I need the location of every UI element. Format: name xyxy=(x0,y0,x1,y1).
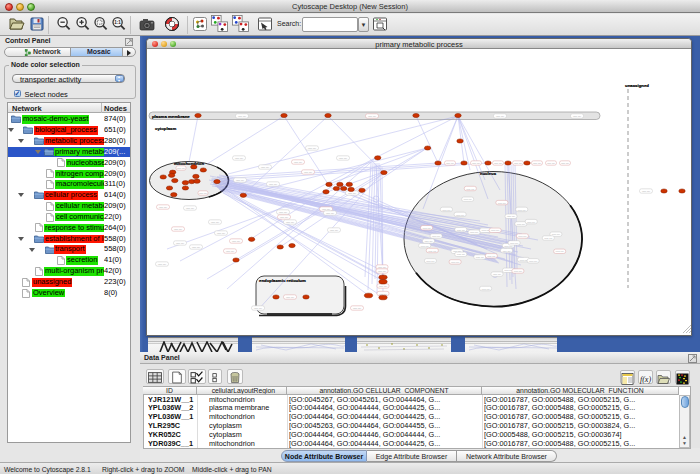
svg-text:(xxx xx): (xxx xx) xyxy=(186,207,194,210)
svg-text:(xxx xx): (xxx xx) xyxy=(518,209,526,212)
svg-text:(xxx xx): (xxx xx) xyxy=(286,296,294,299)
svg-text:(xxx xx): (xxx xx) xyxy=(529,260,537,263)
svg-text:(xxx xx): (xxx xx) xyxy=(304,171,312,174)
svg-text:(xxx xx): (xxx xx) xyxy=(561,162,569,165)
svg-text:(xxx xx): (xxx xx) xyxy=(421,245,429,248)
svg-text:(xxx xx): (xxx xx) xyxy=(308,147,316,150)
svg-text:(xxx xx): (xxx xx) xyxy=(217,232,225,235)
svg-text:(xxx xx): (xxx xx) xyxy=(199,192,207,195)
svg-text:(xxx xx): (xxx xx) xyxy=(457,253,465,256)
svg-text:(xxx xx): (xxx xx) xyxy=(527,221,535,224)
svg-text:(xxx xx): (xxx xx) xyxy=(279,211,287,214)
svg-text:(xxx xx): (xxx xx) xyxy=(192,246,200,249)
svg-text:(xxx xx): (xxx xx) xyxy=(498,202,506,205)
svg-text:(xxx xx): (xxx xx) xyxy=(481,229,489,232)
svg-text:(xxx xx): (xxx xx) xyxy=(470,231,478,234)
svg-text:(xxx xx): (xxx xx) xyxy=(517,223,525,226)
svg-text:(xxx xx): (xxx xx) xyxy=(422,227,430,230)
svg-text:(xxx xx): (xxx xx) xyxy=(504,269,512,272)
svg-text:endoplasmic reticulum: endoplasmic reticulum xyxy=(259,278,306,283)
svg-text:(xxx xx): (xxx xx) xyxy=(519,259,527,262)
svg-text:cytoplasm: cytoplasm xyxy=(155,126,176,131)
svg-text:(xxx xx): (xxx xx) xyxy=(326,212,334,215)
svg-text:(xxx xx): (xxx xx) xyxy=(544,237,552,240)
svg-text:(xxx xx): (xxx xx) xyxy=(176,242,184,245)
svg-text:f(x): f(x) xyxy=(640,374,651,383)
svg-text:(xxx xx): (xxx xx) xyxy=(457,229,465,232)
svg-text:(xxx xx): (xxx xx) xyxy=(424,240,432,243)
svg-text:(xxx xx): (xxx xx) xyxy=(211,221,219,224)
svg-text:(xxx xx): (xxx xx) xyxy=(442,209,450,212)
svg-text:(xxx xx): (xxx xx) xyxy=(261,166,269,169)
svg-text:(xxx xx): (xxx xx) xyxy=(502,250,510,253)
svg-text:(xxx xx): (xxx xx) xyxy=(573,115,581,118)
svg-text:(xxx xx): (xxx xx) xyxy=(432,235,440,238)
svg-text:(xxx xx): (xxx xx) xyxy=(472,162,480,165)
svg-text:(xxx xx): (xxx xx) xyxy=(547,162,555,165)
svg-text:(xxx xx): (xxx xx) xyxy=(507,215,515,218)
svg-text:(xxx xx): (xxx xx) xyxy=(226,250,234,253)
svg-text:(xxx xx): (xxx xx) xyxy=(481,288,489,291)
svg-text:(xxx xx): (xxx xx) xyxy=(378,270,386,273)
svg-text:(xxx xx): (xxx xx) xyxy=(446,162,454,165)
svg-text:(xxx xx): (xxx xx) xyxy=(238,115,246,118)
svg-text:(xxx xx): (xxx xx) xyxy=(269,183,277,186)
svg-text:(xxx xx): (xxx xx) xyxy=(379,285,387,288)
svg-text:(xxx xx): (xxx xx) xyxy=(487,255,495,258)
svg-text:(xxx xx): (xxx xx) xyxy=(339,157,347,160)
svg-text:(xxx xx): (xxx xx) xyxy=(514,162,522,165)
svg-text:(xxx xx): (xxx xx) xyxy=(254,307,262,310)
svg-text:(xxx xx): (xxx xx) xyxy=(236,179,244,182)
svg-text:(xxx xx): (xxx xx) xyxy=(451,261,459,264)
svg-text:(xxx xx): (xxx xx) xyxy=(159,206,167,209)
svg-text:(xxx xx): (xxx xx) xyxy=(514,270,522,273)
svg-text:(xxx xx): (xxx xx) xyxy=(493,273,501,276)
svg-text:(xxx xx): (xxx xx) xyxy=(428,250,436,253)
svg-text:(xxx xx): (xxx xx) xyxy=(518,235,526,238)
svg-text:1:1: 1:1 xyxy=(114,20,121,25)
svg-text:(xxx xx): (xxx xx) xyxy=(353,307,361,310)
svg-text:(xxx xx): (xxx xx) xyxy=(348,192,356,195)
svg-text:(xxx xx): (xxx xx) xyxy=(496,115,504,118)
svg-text:(xxx xx): (xxx xx) xyxy=(533,162,541,165)
svg-text:(xxx xx): (xxx xx) xyxy=(235,157,243,160)
svg-text:(xxx xx): (xxx xx) xyxy=(491,229,499,232)
svg-text:plasma membrane: plasma membrane xyxy=(152,114,190,119)
svg-text:(xxx xx): (xxx xx) xyxy=(232,240,240,243)
svg-text:(xxx xx): (xxx xx) xyxy=(510,242,518,245)
svg-text:(xxx xx): (xxx xx) xyxy=(330,229,338,232)
svg-text:(xxx xx): (xxx xx) xyxy=(456,214,464,217)
svg-text:(xxx xx): (xxx xx) xyxy=(174,228,182,231)
svg-text:(xxx xx): (xxx xx) xyxy=(368,115,376,118)
svg-text:(xxx xx): (xxx xx) xyxy=(426,260,434,263)
svg-text:(xxx xx): (xxx xx) xyxy=(158,263,166,266)
svg-text:(xxx xx): (xxx xx) xyxy=(476,256,484,259)
svg-text:(xxx xx): (xxx xx) xyxy=(280,216,288,219)
svg-text:unassigned: unassigned xyxy=(625,83,649,88)
svg-text:(xxx xx): (xxx xx) xyxy=(177,167,185,170)
svg-text:(xxx xx): (xxx xx) xyxy=(494,162,502,165)
svg-text:(xxx xx): (xxx xx) xyxy=(286,221,294,224)
svg-text:(xxx xx): (xxx xx) xyxy=(464,198,472,201)
svg-text:(xxx xx): (xxx xx) xyxy=(466,188,474,191)
svg-text:(xxx xx): (xxx xx) xyxy=(642,190,650,193)
svg-text:(xxx xx): (xxx xx) xyxy=(556,250,564,253)
svg-text:(xxx xx): (xxx xx) xyxy=(294,161,302,164)
